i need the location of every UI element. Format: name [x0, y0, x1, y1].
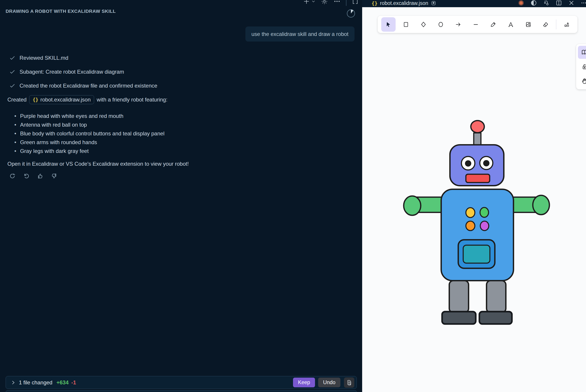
- chevron-right-icon[interactable]: [10, 380, 16, 385]
- file-chip[interactable]: {} robot.excalidraw.json: [29, 95, 94, 104]
- closing-text: Open it in Excalidraw or VS Code's Excal…: [8, 161, 189, 167]
- tab-robot-excalidraw-json[interactable]: {} robot.excalidraw.json: [372, 0, 436, 6]
- keep-button[interactable]: Keep: [293, 378, 315, 387]
- robot-button-orange[interactable]: [466, 221, 475, 230]
- diff-deletions: -1: [72, 380, 76, 386]
- json-braces-icon: {}: [32, 97, 38, 102]
- editor-panel: {} robot.excalidraw.json: [362, 0, 586, 392]
- json-braces-icon: {}: [372, 0, 378, 6]
- checklist: Reviewed SKILL.md Subagent: Create robot…: [9, 54, 158, 96]
- view-diff-button[interactable]: [344, 378, 354, 388]
- list-item: Antenna with red ball on top: [14, 120, 164, 129]
- close-icon[interactable]: [568, 0, 575, 6]
- diff-additions: +634: [56, 380, 68, 386]
- robot-pupil-left: [465, 160, 471, 166]
- robot-mouth[interactable]: [466, 174, 490, 182]
- topbar-divider: [346, 0, 346, 6]
- robot-pupil-right: [483, 160, 490, 166]
- checklist-item: Reviewed SKILL.md: [9, 54, 158, 62]
- robot-foot-left[interactable]: [442, 312, 476, 324]
- robot-drawing[interactable]: [362, 7, 586, 392]
- user-message: use the excalidraw skill and draw a robo…: [246, 26, 354, 42]
- list-item: Gray legs with dark gray feet: [14, 146, 164, 155]
- message-actions: [8, 172, 58, 180]
- restore-checkpoint-icon[interactable]: [22, 172, 30, 180]
- custom-editor-badge-icon[interactable]: [431, 0, 436, 6]
- robot-leg-left[interactable]: [449, 281, 468, 312]
- split-editor-icon[interactable]: [556, 0, 562, 6]
- tab-actions: [518, 0, 586, 6]
- chat-panel: DRAWING A ROBOT WITH EXCALIDRAW SKILL us…: [0, 0, 362, 392]
- robot-leg-right[interactable]: [486, 281, 506, 312]
- chat-input-stub[interactable]: [6, 390, 357, 392]
- robot-hand-right[interactable]: [533, 195, 550, 215]
- settings-gear-icon[interactable]: [321, 0, 328, 5]
- editor-tabbar: {} robot.excalidraw.json: [362, 0, 586, 7]
- more-icon[interactable]: [580, 0, 586, 6]
- chevron-down-icon: [312, 0, 316, 3]
- robot-foot-right[interactable]: [479, 312, 512, 324]
- robot-display-screen[interactable]: [463, 245, 490, 263]
- claude-icon[interactable]: [518, 0, 524, 6]
- robot-hand-left[interactable]: [404, 196, 421, 215]
- checklist-item: Created the robot Excalidraw file and co…: [9, 82, 158, 90]
- open-changes-icon[interactable]: [543, 0, 550, 6]
- excalidraw-canvas[interactable]: [362, 7, 586, 392]
- check-icon: [9, 82, 16, 89]
- feature-bullets: Purple head with white eyes and red mout…: [14, 112, 164, 155]
- list-item: Green arms with rounded hands: [14, 138, 164, 146]
- retry-icon[interactable]: [8, 172, 16, 180]
- robot-antenna-ball[interactable]: [471, 120, 484, 133]
- file-changes-bar[interactable]: 1 file changed +634 -1 Keep Undo: [6, 376, 357, 389]
- robot-button-magenta[interactable]: [480, 221, 489, 230]
- more-ellipsis-icon[interactable]: [334, 0, 340, 5]
- list-item: Blue body with colorful control buttons …: [14, 129, 164, 138]
- diff-file-icon: [346, 380, 352, 386]
- new-chat-icon[interactable]: [303, 0, 316, 5]
- robot-button-yellow[interactable]: [466, 208, 475, 218]
- check-icon: [9, 54, 16, 61]
- robot-button-green[interactable]: [480, 208, 488, 217]
- theme-toggle-icon[interactable]: [530, 0, 537, 6]
- check-icon: [9, 68, 16, 75]
- thumbs-up-icon[interactable]: [36, 172, 44, 180]
- context-usage-indicator: [346, 8, 356, 18]
- list-item: Purple head with white eyes and red mout…: [14, 112, 164, 120]
- checklist-item: Subagent: Create robot Excalidraw diagra…: [9, 68, 158, 76]
- expand-icon[interactable]: [352, 0, 358, 5]
- thumbs-down-icon[interactable]: [50, 172, 58, 180]
- page-title: DRAWING A ROBOT WITH EXCALIDRAW SKILL: [6, 8, 356, 14]
- chat-topbar: [303, 0, 358, 6]
- undo-button[interactable]: Undo: [318, 378, 340, 387]
- diff-summary: 1 file changed: [19, 380, 52, 386]
- created-line: Created {} robot.excalidraw.json with a …: [8, 95, 168, 104]
